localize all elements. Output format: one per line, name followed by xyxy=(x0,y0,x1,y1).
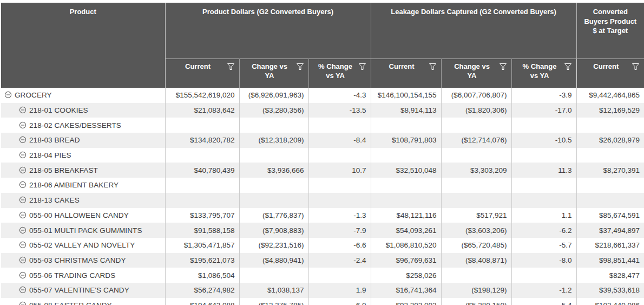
product-cell[interactable]: 218-04 PIES xyxy=(1,148,165,163)
collapse-row-icon[interactable] xyxy=(19,181,27,189)
table-row: 218-01 COOKIES$21,083,642($3,280,356)-13… xyxy=(1,103,644,118)
value-cell xyxy=(165,178,239,193)
value-cell: ($3,603,206) xyxy=(441,223,511,238)
collapse-row-icon[interactable] xyxy=(19,301,27,305)
filter-icon[interactable] xyxy=(632,63,639,70)
filter-icon[interactable] xyxy=(429,63,436,70)
collapse-row-icon[interactable] xyxy=(19,286,27,294)
product-cell[interactable]: 055-03 CHRISTMAS CANDY xyxy=(1,253,165,268)
column-header-pd-pct-change-vs-ya[interactable]: % Change vs YA xyxy=(308,59,371,88)
value-cell: $194,642,088 xyxy=(165,298,239,305)
value-cell: 1.9 xyxy=(308,283,371,298)
product-cell[interactable]: 218-13 CAKES xyxy=(1,193,165,208)
column-header-lk-pct-change-vs-ya[interactable]: % Change vs YA xyxy=(511,59,576,88)
value-cell xyxy=(511,268,576,283)
collapse-row-icon[interactable] xyxy=(19,241,27,249)
product-label: 055-08 EASTER CANDY xyxy=(29,301,112,305)
filter-icon[interactable] xyxy=(359,63,366,70)
product-cell[interactable]: 218-06 AMBIENT BAKERY xyxy=(1,178,165,193)
value-cell: ($1,776,837) xyxy=(239,208,308,223)
value-cell: ($12,714,076) xyxy=(441,133,511,148)
product-cell[interactable]: 218-03 BREAD xyxy=(1,133,165,148)
column-header-pd-current[interactable]: Current xyxy=(165,59,239,88)
value-cell: $3,936,666 xyxy=(239,163,308,178)
column-header-label: Current xyxy=(389,62,415,72)
value-cell: $146,100,154,155 xyxy=(371,88,441,103)
column-header-pd-change-vs-ya[interactable]: Change vs YA xyxy=(239,59,308,88)
value-cell: $155,542,619,020 xyxy=(165,88,239,103)
value-cell xyxy=(441,193,511,208)
value-cell: $108,791,803 xyxy=(371,133,441,148)
value-cell: -5.7 xyxy=(511,238,576,253)
product-cell[interactable]: 055-06 TRADING CARDS xyxy=(1,268,165,283)
value-cell xyxy=(441,148,511,163)
value-cell: $102,440,086 xyxy=(576,298,644,305)
value-cell: $39,533,618 xyxy=(576,283,644,298)
product-label: 218-02 CAKES/DESSERTS xyxy=(29,121,121,129)
table-header: Product Product Dollars (G2 Converted Bu… xyxy=(1,3,644,88)
value-cell: ($7,908,883) xyxy=(239,223,308,238)
value-cell xyxy=(576,178,644,193)
value-cell: -7.9 xyxy=(308,223,371,238)
value-cell: $21,083,642 xyxy=(165,103,239,118)
group-header-product-dollars: Product Dollars (G2 Converted Buyers) xyxy=(165,3,371,59)
value-cell: ($1,820,306) xyxy=(441,103,511,118)
product-cell[interactable]: GROCERY xyxy=(1,88,165,103)
product-cell[interactable]: 055-08 EASTER CANDY xyxy=(1,298,165,305)
table-body: GROCERY$155,542,619,020($6,926,091,963)-… xyxy=(1,88,644,305)
filter-icon[interactable] xyxy=(227,63,234,70)
product-cell[interactable]: 055-02 VALLEY AND NOVELTY xyxy=(1,238,165,253)
collapse-row-icon[interactable] xyxy=(19,106,27,114)
collapse-row-icon[interactable] xyxy=(19,211,27,219)
value-cell xyxy=(371,148,441,163)
product-cell[interactable]: 055-01 MULTI PACK GUM/MINTS xyxy=(1,223,165,238)
product-label: GROCERY xyxy=(15,91,52,99)
column-header-label: % Change vs YA xyxy=(314,62,357,81)
value-cell: $134,820,782 xyxy=(165,133,239,148)
filter-icon[interactable] xyxy=(500,63,507,70)
value-cell: $218,661,337 xyxy=(576,238,644,253)
table-row: 055-08 EASTER CANDY$194,642,088($12,375,… xyxy=(1,298,644,305)
product-cell[interactable]: 218-01 COOKIES xyxy=(1,103,165,118)
column-header-product[interactable]: Product xyxy=(1,3,165,88)
table-row: 055-06 TRADING CARDS$1,086,504$258,026$8… xyxy=(1,268,644,283)
value-cell: -5.4 xyxy=(511,298,576,305)
collapse-row-icon[interactable] xyxy=(19,271,27,279)
column-header-lk-change-vs-ya[interactable]: Change vs YA xyxy=(441,59,511,88)
product-cell[interactable]: 218-05 BREAKFAST xyxy=(1,163,165,178)
product-label: 055-06 TRADING CARDS xyxy=(29,271,115,280)
value-cell xyxy=(239,148,308,163)
value-cell: $8,270,391 xyxy=(576,163,644,178)
column-header-cb-current[interactable]: Current xyxy=(576,59,644,88)
collapse-row-icon[interactable] xyxy=(19,121,27,129)
collapse-row-icon[interactable] xyxy=(19,256,27,264)
value-cell xyxy=(308,178,371,193)
value-cell xyxy=(308,268,371,283)
collapse-row-icon[interactable] xyxy=(4,91,12,99)
collapse-row-icon[interactable] xyxy=(19,226,27,234)
product-cell[interactable]: 055-00 HALLOWEEN CANDY xyxy=(1,208,165,223)
collapse-row-icon[interactable] xyxy=(19,166,27,174)
product-label: 218-06 AMBIENT BAKERY xyxy=(29,181,119,189)
value-cell: $1,305,471,857 xyxy=(165,238,239,253)
value-cell: $26,028,979 xyxy=(576,133,644,148)
collapse-row-icon[interactable] xyxy=(19,151,27,159)
value-cell xyxy=(441,178,511,193)
value-cell xyxy=(308,118,371,133)
table-row: 218-04 PIES xyxy=(1,148,644,163)
pivot-grid: Product Product Dollars (G2 Converted Bu… xyxy=(1,3,644,305)
collapse-row-icon[interactable] xyxy=(19,136,27,144)
column-header-lk-current[interactable]: Current xyxy=(371,59,441,88)
value-cell xyxy=(511,118,576,133)
table-row: 218-06 AMBIENT BAKERY xyxy=(1,178,644,193)
filter-icon[interactable] xyxy=(297,63,304,70)
value-cell: $195,621,073 xyxy=(165,253,239,268)
filter-icon[interactable] xyxy=(564,63,571,70)
table-row: GROCERY$155,542,619,020($6,926,091,963)-… xyxy=(1,88,644,103)
product-cell[interactable]: 055-07 VALENTINE'S CANDY xyxy=(1,283,165,298)
value-cell xyxy=(165,118,239,133)
product-cell[interactable]: 218-02 CAKES/DESSERTS xyxy=(1,118,165,133)
value-cell xyxy=(371,178,441,193)
group-header-converted-buyers: Converted Buyers Product $ at Target xyxy=(576,3,644,59)
collapse-row-icon[interactable] xyxy=(19,196,27,204)
